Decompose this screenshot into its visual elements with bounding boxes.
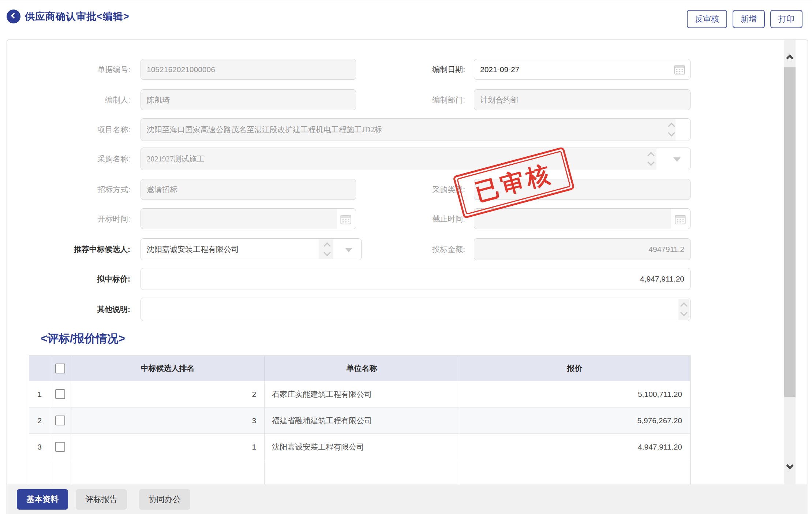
date-value: 2021-09-27 <box>480 65 519 74</box>
dropdown-arrow-icon[interactable] <box>345 248 352 256</box>
select-all-checkbox[interactable] <box>55 364 65 373</box>
table-empty-row <box>29 460 690 485</box>
procurement-field: 2021927测试施工 <box>141 148 691 170</box>
procurement-spinner <box>648 153 654 165</box>
bid-method-label: 招标方式: <box>17 179 130 200</box>
candidate-spinner[interactable] <box>325 243 330 255</box>
row-company: 沈阳嘉诚安装工程有限公司 <box>265 434 459 460</box>
spinner-down-icon <box>647 159 655 166</box>
table-row: 3 1 沈阳嘉诚安装工程有限公司 4,947,911.20 <box>29 433 690 460</box>
page-title: 供应商确认审批<编辑> <box>25 10 130 23</box>
header-company: 单位名称 <box>265 356 459 381</box>
scrollbar-thumb[interactable] <box>784 67 796 397</box>
calendar-icon[interactable] <box>674 64 685 75</box>
table-header-row: 中标候选人排名 单位名称 报价 <box>29 356 690 381</box>
row-index: 2 <box>29 407 50 433</box>
empty-cell <box>50 460 71 485</box>
form-panel: 单据编号: 1052162021000006 编制日期: 2021-09-27 … <box>7 40 808 514</box>
project-field: 沈阳至海口国家高速公路茂名至湛江段改扩建工程机电工程施工JD2标 <box>141 118 691 141</box>
spinner-up-icon <box>680 302 688 310</box>
row-checkbox[interactable] <box>55 442 65 452</box>
back-button[interactable] <box>7 10 20 23</box>
calendar-icon <box>675 214 686 224</box>
tab-evaluation-report[interactable]: 评标报告 <box>76 489 127 510</box>
proposed-price-label: 拟中标价: <box>17 268 130 290</box>
remark-spinner <box>681 303 686 315</box>
spinner-up-icon <box>668 123 675 130</box>
proposed-price-value: 4,947,911.20 <box>640 275 684 283</box>
print-button[interactable]: 打印 <box>770 10 802 28</box>
procure-type-label: 采购类型: <box>352 179 465 200</box>
toolbar: 反审核 新增 打印 <box>687 10 802 28</box>
header-price: 报价 <box>459 356 690 381</box>
scrollbar-down-button[interactable] <box>784 459 796 476</box>
scrollbar-track[interactable] <box>784 40 796 484</box>
empty-cell <box>71 460 265 485</box>
row-company: 石家庄实能建筑工程有限公司 <box>265 381 459 407</box>
bid-table: 中标候选人排名 单位名称 报价 1 2 石家庄实能建筑工程有限公司 5,100,… <box>29 355 691 485</box>
scrollbar-up-button[interactable] <box>784 48 796 65</box>
row-checkbox-cell <box>50 407 71 433</box>
empty-cell <box>265 460 459 485</box>
calendar-icon <box>340 214 351 224</box>
row-company: 福建省融埔建筑工程有限公司 <box>265 407 459 433</box>
remark-scroll-strip <box>678 299 689 320</box>
row-price: 4,947,911.20 <box>459 434 690 460</box>
doc-no-label: 单据编号: <box>17 59 130 80</box>
table-row: 1 2 石家庄实能建筑工程有限公司 5,100,711.20 <box>29 381 690 407</box>
row-rank: 2 <box>71 381 265 407</box>
row-rank: 1 <box>71 434 265 460</box>
scrollbar-down-icon <box>786 462 794 469</box>
table-row: 2 3 福建省融埔建筑工程有限公司 5,976,267.20 <box>29 407 690 433</box>
row-price: 5,100,711.20 <box>459 381 690 407</box>
deadline-label: 截止时间: <box>352 208 465 229</box>
bid-amount-label: 投标金额: <box>352 238 465 260</box>
bottom-tab-bar: 基本资料 评标报告 协同办公 <box>7 484 807 514</box>
project-value: 沈阳至海口国家高速公路茂名至湛江段改扩建工程机电工程施工JD2标 <box>147 124 382 135</box>
bid-method-value: 邀请招标 <box>147 185 177 195</box>
back-icon <box>11 13 17 19</box>
row-index: 3 <box>29 434 50 460</box>
header-index-cell <box>29 356 50 381</box>
spinner-down-icon <box>323 249 331 256</box>
proposed-price-field[interactable]: 4,947,911.20 <box>141 268 691 290</box>
date-field[interactable]: 2021-09-27 <box>474 59 691 80</box>
header-rank: 中标候选人排名 <box>71 356 265 381</box>
open-time-field <box>141 208 356 229</box>
row-rank: 3 <box>71 407 265 433</box>
remark-field[interactable] <box>141 298 691 321</box>
row-checkbox[interactable] <box>55 416 65 425</box>
doc-no-field: 1052162021000006 <box>141 59 356 80</box>
doc-no-value: 1052162021000006 <box>147 65 215 74</box>
spinner-up-icon <box>647 152 655 159</box>
new-button[interactable]: 新增 <box>733 10 765 28</box>
deadline-field <box>474 208 691 229</box>
row-price: 5,976,267.20 <box>459 407 690 433</box>
top-divider <box>0 1 812 1</box>
dept-field: 计划合约部 <box>474 89 691 110</box>
remark-label: 其他说明: <box>17 298 130 321</box>
page: 供应商确认审批<编辑> 反审核 新增 打印 单据编号: 105216202100… <box>0 0 812 514</box>
candidate-value: 沈阳嘉诚安装工程有限公司 <box>147 244 239 254</box>
spinner-down-icon <box>680 309 688 316</box>
page-header: 供应商确认审批<编辑> <box>7 10 130 23</box>
project-field-cap <box>676 119 690 141</box>
procurement-label: 采购名称: <box>17 148 130 170</box>
spinner-up-icon <box>323 242 331 250</box>
project-label: 项目名称: <box>17 118 130 141</box>
author-value: 陈凯琦 <box>147 95 170 105</box>
candidate-field[interactable]: 沈阳嘉诚安装工程有限公司 <box>141 238 362 260</box>
open-time-label: 开标时间: <box>17 208 130 229</box>
tab-basic-info[interactable]: 基本资料 <box>17 489 68 510</box>
bid-amount-value: 4947911.2 <box>648 245 684 254</box>
procurement-value: 2021927测试施工 <box>147 154 205 164</box>
project-spinner <box>669 124 674 135</box>
author-label: 编制人: <box>17 89 130 110</box>
unapprove-button[interactable]: 反审核 <box>687 10 727 28</box>
empty-cell <box>29 460 50 485</box>
tab-collaboration[interactable]: 协同办公 <box>139 489 190 510</box>
empty-cell <box>459 460 690 485</box>
bid-amount-field: 4947911.2 <box>474 238 691 260</box>
spinner-down-icon <box>668 129 675 137</box>
row-checkbox[interactable] <box>55 389 65 399</box>
